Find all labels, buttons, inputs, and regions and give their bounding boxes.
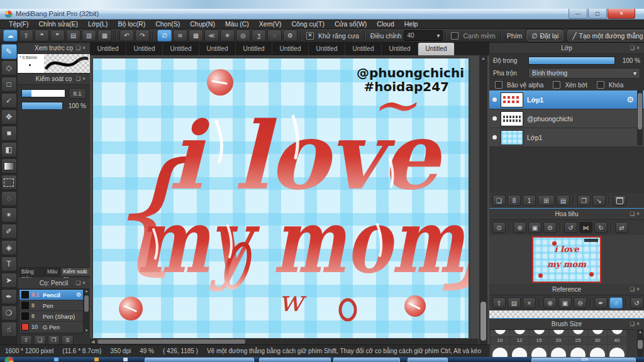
- brush-size-20[interactable]: 20: [549, 337, 568, 344]
- layer-opacity-slider[interactable]: [528, 57, 615, 65]
- menu-capture[interactable]: Chụp(N): [185, 19, 220, 29]
- start-button[interactable]: [5, 357, 13, 362]
- shape-tool[interactable]: □: [1, 77, 17, 92]
- menu-help[interactable]: Help: [399, 19, 423, 29]
- close-icon[interactable]: ×: [82, 75, 87, 82]
- close-icon[interactable]: ×: [636, 321, 641, 327]
- reference-hand-button[interactable]: ☝: [609, 297, 623, 309]
- popout-icon[interactable]: ❏: [630, 286, 636, 292]
- folder-button[interactable]: ▤: [557, 195, 570, 206]
- text-tool[interactable]: T: [1, 256, 17, 272]
- menu-filter[interactable]: Bộ lọc(R): [113, 19, 150, 29]
- brush-size-slider[interactable]: [21, 89, 65, 97]
- snap-settings-button[interactable]: ⚙: [283, 30, 297, 41]
- brush-size-25[interactable]: 25: [569, 337, 587, 344]
- new-1bit-layer-button[interactable]: 1: [523, 195, 536, 206]
- menu-edit[interactable]: Chỉnh sửa(E): [34, 19, 83, 29]
- chat-button[interactable]: ❞: [50, 30, 65, 41]
- zoom-in-button[interactable]: ⊕: [513, 222, 526, 233]
- menu-window[interactable]: Cửa sổ(W): [330, 19, 372, 29]
- snap-vanishing-button[interactable]: ≪: [204, 30, 219, 41]
- zoom-fit-button[interactable]: ▣: [528, 222, 541, 233]
- rotate-left-button[interactable]: ↺: [564, 222, 577, 233]
- brush-size-value[interactable]: 8.1: [69, 88, 86, 99]
- snap-circle-button[interactable]: ◎: [236, 30, 250, 41]
- brush-row-pencil[interactable]: 8.1 Pencil ⚙: [19, 290, 83, 300]
- close-icon[interactable]: ×: [636, 45, 641, 51]
- document-tab[interactable]: Untitled: [126, 43, 163, 55]
- menu-view[interactable]: Xem(V): [254, 19, 287, 29]
- brush-upload-button[interactable]: ⇪: [20, 335, 32, 345]
- reference-clear-button[interactable]: ×: [523, 297, 536, 309]
- brush-duplicate-button[interactable]: ❐: [48, 335, 60, 345]
- eyedropper-tool[interactable]: ❍: [1, 305, 17, 321]
- scrollbar-thumb[interactable]: [97, 339, 245, 344]
- snap-grid-button[interactable]: ▦: [189, 30, 203, 41]
- taskbar-window-button[interactable]: [145, 358, 254, 362]
- document-tab[interactable]: Untitled: [309, 43, 345, 55]
- brush-tool[interactable]: ✎: [1, 44, 17, 59]
- brush-row-pen-sharp[interactable]: 8 Pen (Sharp): [19, 311, 83, 322]
- tab-brush-control[interactable]: Kiểm soát cọ: [60, 267, 91, 277]
- duplicate-layer-button[interactable]: ❐: [577, 195, 591, 206]
- brush-row-clipped[interactable]: [19, 332, 83, 334]
- taskbar-window-button[interactable]: [259, 358, 331, 362]
- close-button[interactable]: ✕: [608, 9, 635, 19]
- snap-curve-button[interactable]: ʒ: [252, 30, 266, 41]
- document-tab[interactable]: Untitled: [345, 43, 382, 55]
- brush-new-button[interactable]: ❏: [34, 335, 46, 345]
- zoom-out-button[interactable]: ⊖: [543, 222, 557, 233]
- form-button[interactable]: ▥: [82, 30, 96, 41]
- snap-off-button[interactable]: ∅: [157, 30, 172, 41]
- taskbar-quicklaunch-icon[interactable]: [94, 358, 99, 361]
- bucket-tool[interactable]: ◧: [1, 142, 17, 157]
- taskbar-window-button[interactable]: [333, 358, 400, 362]
- layer-settings-gear-icon[interactable]: ⚙: [626, 95, 634, 104]
- popout-icon[interactable]: ❏: [75, 280, 82, 286]
- document-button[interactable]: ▤: [66, 30, 80, 41]
- scroll-up-icon[interactable]: ▲: [84, 289, 89, 293]
- navigator-thumbnail[interactable]: i love my mom: [532, 236, 601, 283]
- select-eraser-tool[interactable]: ◈: [1, 240, 17, 255]
- document-tab[interactable]: Untitled: [90, 43, 126, 55]
- move-tool[interactable]: ✥: [1, 109, 17, 124]
- redo-button[interactable]: ↷: [135, 30, 150, 41]
- snap-ellipse-button[interactable]: ◌: [267, 30, 282, 41]
- antialias-checkbox[interactable]: ✕: [306, 32, 314, 40]
- brush-size-30[interactable]: 30: [588, 337, 607, 344]
- menu-layer[interactable]: Lớp(L): [83, 19, 113, 29]
- lasso-tool[interactable]: ◌: [1, 191, 17, 206]
- layer-row[interactable]: @phuongchichi: [489, 109, 644, 128]
- brush-size-10[interactable]: 10: [491, 337, 509, 344]
- brush-opacity-slider[interactable]: [21, 102, 63, 110]
- snap-radial-button[interactable]: ✳: [220, 30, 235, 41]
- brush-list-scrollbar[interactable]: ▲ ▼: [84, 289, 89, 332]
- brush-script-button[interactable]: S: [62, 335, 74, 345]
- close-icon[interactable]: ×: [636, 211, 641, 217]
- close-icon[interactable]: ×: [636, 286, 641, 292]
- flip-view-button[interactable]: ⇄: [615, 222, 628, 233]
- snap-parallel-button[interactable]: ≋: [173, 30, 187, 41]
- add-folder-button[interactable]: ⊞: [538, 195, 555, 206]
- fill-shape-tool[interactable]: ■: [1, 126, 17, 141]
- menu-select[interactable]: Chọn(S): [150, 19, 185, 29]
- select-pen-tool[interactable]: ✐: [1, 224, 17, 239]
- operate-tool[interactable]: ➤: [1, 273, 17, 288]
- maximize-button[interactable]: ▢: [588, 9, 607, 19]
- scrollbar-thumb[interactable]: [638, 340, 643, 349]
- tiles-button[interactable]: ▦: [97, 30, 112, 41]
- new-8bit-layer-button[interactable]: 8: [508, 195, 521, 206]
- scrollbar-thumb[interactable]: [84, 295, 89, 312]
- minimize-button[interactable]: —: [569, 9, 587, 19]
- title-bar[interactable]: MediBang Paint Pro (32bit) — ▢ ✕: [0, 9, 644, 19]
- scroll-down-icon[interactable]: ▼: [84, 329, 89, 332]
- popout-icon[interactable]: ❏: [75, 45, 82, 51]
- publish-button[interactable]: ⇧: [19, 30, 33, 41]
- reference-zoom-out-button[interactable]: ⊖: [574, 297, 587, 309]
- reference-upload-button[interactable]: ⇪: [492, 297, 506, 309]
- reference-zoom-fit-button[interactable]: ▣: [558, 297, 572, 309]
- undo-button[interactable]: ↶: [119, 30, 134, 41]
- soft-edge-checkbox[interactable]: [451, 32, 458, 40]
- scroll-left-icon[interactable]: ◀: [91, 339, 94, 344]
- layer-row-selected[interactable]: Lớp1 ⚙: [489, 90, 644, 109]
